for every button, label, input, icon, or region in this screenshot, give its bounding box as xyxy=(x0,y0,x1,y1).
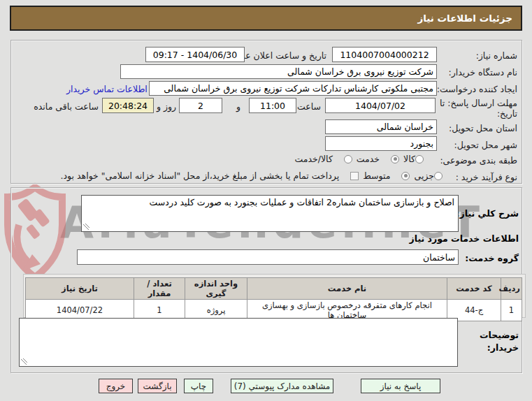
process-radio-medium[interactable] xyxy=(401,172,410,180)
print-button[interactable]: چاپ xyxy=(184,379,213,393)
deadline-days-field: 2 xyxy=(179,98,222,113)
description-textarea[interactable]: اصلاح و بازسازی ساختمان شماره2 اتفاقات و… xyxy=(81,195,459,232)
services-section-title: اطلاعات خدمات مورد نیاز xyxy=(410,233,519,244)
exit-button[interactable]: خروج xyxy=(99,379,133,393)
buyer-contact-link[interactable]: اطلاعات تماس خریدار xyxy=(66,84,148,94)
deadline-countdown-field: 20:48:24 xyxy=(102,98,154,113)
province-field: خراسان شمالی xyxy=(325,119,437,134)
need-details-window: AriaTender.neT جزئیات اطلاعات نیاز شماره… xyxy=(0,0,532,401)
buyer-org-field: شرکت توزیع نیروی برق خراسان شمالی xyxy=(120,64,437,79)
deadline-date-value: 1404/07/02 xyxy=(355,101,405,111)
request-creator-label: ایجاد کننده درخواست: xyxy=(437,84,517,94)
deadline-label-line1: مهلت ارسال پاسخ: تا xyxy=(440,98,517,108)
col-header-row-number: ردیف xyxy=(501,278,522,300)
city-label: شهر محل تحویل: xyxy=(454,140,517,150)
category-option-goods-service-label: کالا/خدمت xyxy=(294,154,332,164)
category-option-service-label: خدمت xyxy=(357,154,380,164)
service-group-value: ساختمان xyxy=(423,252,455,263)
services-table-panel: ردیف کد خدمت نام خدمت واحد اندازه گیری ت… xyxy=(23,274,526,318)
deadline-days-value: 2 xyxy=(198,101,203,111)
resize-handle-icon[interactable] xyxy=(83,224,89,230)
province-value: خراسان شمالی xyxy=(377,122,433,132)
treasury-docs-label: پرداخت تمام یا بخشی از مبلغ خرید،از محل … xyxy=(61,170,340,181)
category-radio-service[interactable] xyxy=(391,155,399,163)
need-number-label: شماره نیاز: xyxy=(476,50,517,61)
services-table: ردیف کد خدمت نام خدمت واحد اندازه گیری ت… xyxy=(25,277,522,321)
description-label: شرح کلي نیاز: xyxy=(456,208,519,219)
buyer-notes-label-line2: خریدار: xyxy=(487,342,519,353)
deadline-and-word: و xyxy=(236,101,240,112)
province-label: استان محل تحویل: xyxy=(449,123,517,133)
page-title-bar: جزئیات اطلاعات نیاز xyxy=(10,6,522,31)
description-text: اصلاح و بازسازی ساختمان شماره2 اتفاقات و… xyxy=(150,197,454,207)
city-field: بجنورد xyxy=(325,136,437,151)
service-group-field: ساختمان xyxy=(77,249,459,265)
process-type-label: نوع فرآیند خرید : xyxy=(456,172,517,182)
col-header-unit: واحد اندازه گیری xyxy=(185,278,247,300)
col-header-quantity: تعداد / مقدار xyxy=(134,278,185,300)
category-radio-goods-service[interactable] xyxy=(344,155,352,163)
buyer-org-value: شرکت توزیع نیروی برق خراسان شمالی xyxy=(287,66,433,77)
need-number-value: 1104007004000212 xyxy=(340,50,429,60)
announce-datetime-value: 1404/06/30 - 09:17 xyxy=(153,50,238,60)
col-header-need-date: تاریخ نیاز xyxy=(26,278,134,300)
request-creator-value: مجتبی ملکوتی کارشناس تدارکات شرکت توزیع … xyxy=(164,83,433,94)
category-option-goods-label: کالا xyxy=(403,154,415,164)
deadline-remaining-label: ساعت باقی مانده xyxy=(34,101,99,112)
services-table-header-row: ردیف کد خدمت نام خدمت واحد اندازه گیری ت… xyxy=(26,278,522,300)
announce-datetime-field: 1404/06/30 - 09:17 xyxy=(145,47,245,62)
service-group-label: گروه خدمت: xyxy=(465,253,519,263)
process-option-minor-label: جزیی xyxy=(414,170,434,181)
need-number-field: 1104007004000212 xyxy=(332,47,437,62)
deadline-date-field: 1404/07/02 xyxy=(325,98,436,113)
category-radio-goods[interactable] xyxy=(415,155,424,163)
treasury-docs-checkbox[interactable] xyxy=(350,172,359,180)
page-title: جزئیات اطلاعات نیاز xyxy=(417,13,512,24)
deadline-time-value: 11:00 xyxy=(260,101,285,111)
cell-row-number: 1 xyxy=(501,300,522,321)
process-option-medium-label: متوسط xyxy=(363,170,390,181)
view-attachments-button[interactable]: مشاهده مدارک پیوستي (7) xyxy=(231,379,333,393)
resize-handle-icon[interactable] xyxy=(21,358,27,365)
city-value: بجنورد xyxy=(410,138,433,149)
deadline-label-line2: تاریخ: xyxy=(497,108,517,119)
deadline-days-word: روز و xyxy=(157,101,176,112)
buyer-org-label: نام دستگاه خریدار: xyxy=(449,67,517,78)
respond-to-need-button[interactable]: پاسخ به نیاز xyxy=(361,379,440,393)
buyer-notes-label-line1: توضیحات xyxy=(480,330,519,340)
buyer-notes-textarea[interactable] xyxy=(19,318,458,367)
col-header-service-name: نام خدمت xyxy=(247,278,447,300)
category-label: طبقه بندی موضوعی: xyxy=(440,155,517,166)
back-button[interactable]: بازگشت xyxy=(138,379,177,393)
deadline-countdown-value: 20:48:24 xyxy=(108,101,148,111)
process-radio-minor[interactable] xyxy=(434,172,443,180)
request-creator-field: مجتبی ملکوتی کارشناس تدارکات شرکت توزیع … xyxy=(149,81,437,96)
col-header-service-code: کد خدمت xyxy=(447,278,501,300)
deadline-hour-label: ساعت xyxy=(297,101,321,112)
deadline-time-field: 11:00 xyxy=(249,98,296,113)
